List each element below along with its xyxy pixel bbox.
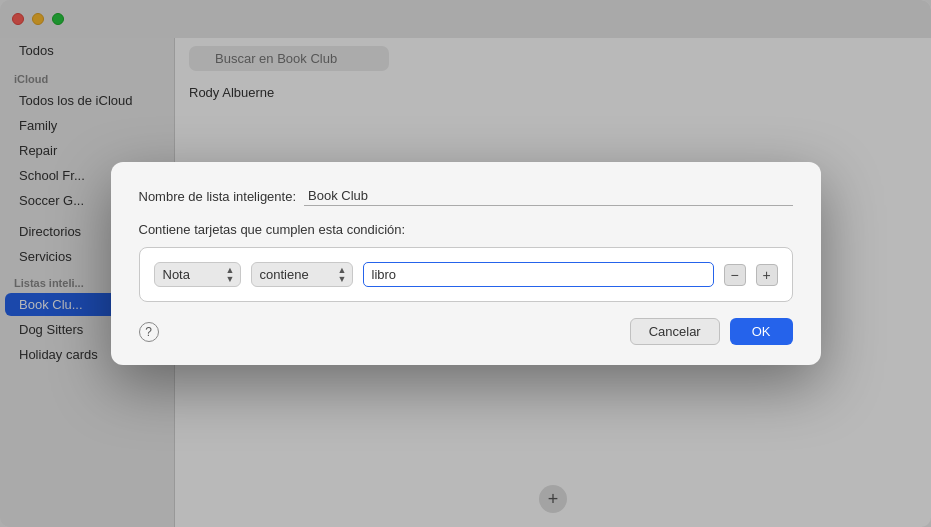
name-input[interactable] bbox=[304, 186, 792, 206]
condition-value-input[interactable] bbox=[363, 262, 714, 287]
smart-list-dialog: Nombre de lista inteligente: Contiene ta… bbox=[111, 162, 821, 365]
operator-select[interactable]: contiene no contiene es igual a bbox=[251, 262, 353, 287]
footer-buttons: Cancelar OK bbox=[630, 318, 793, 345]
ok-button[interactable]: OK bbox=[730, 318, 793, 345]
name-label: Nombre de lista inteligente: bbox=[139, 189, 297, 204]
condition-label: Contiene tarjetas que cumplen esta condi… bbox=[139, 222, 793, 237]
operator-select-wrapper: contiene no contiene es igual a ▲▼ bbox=[251, 262, 353, 287]
add-condition-button[interactable]: + bbox=[756, 264, 778, 286]
cancel-button[interactable]: Cancelar bbox=[630, 318, 720, 345]
field-select-wrapper: Nota Nombre Empresa Email ▲▼ bbox=[154, 262, 241, 287]
condition-box: Nota Nombre Empresa Email ▲▼ contiene no… bbox=[139, 247, 793, 302]
name-row: Nombre de lista inteligente: bbox=[139, 186, 793, 206]
help-button[interactable]: ? bbox=[139, 322, 159, 342]
dialog-footer: ? Cancelar OK bbox=[139, 318, 793, 345]
field-select[interactable]: Nota Nombre Empresa Email bbox=[154, 262, 241, 287]
remove-condition-button[interactable]: − bbox=[724, 264, 746, 286]
modal-overlay: Nombre de lista inteligente: Contiene ta… bbox=[0, 0, 931, 527]
condition-row: Nota Nombre Empresa Email ▲▼ contiene no… bbox=[154, 262, 778, 287]
